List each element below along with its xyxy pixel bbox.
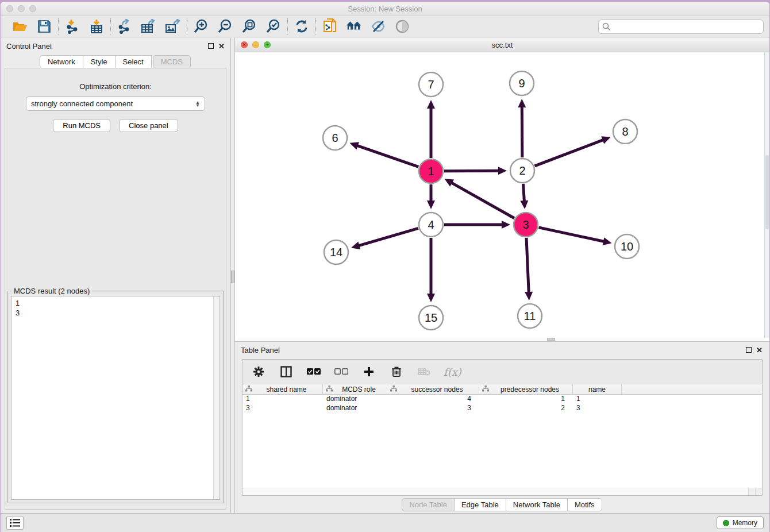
edge-2-3[interactable] [523,184,524,202]
export-image-icon[interactable] [165,18,181,34]
arrowhead-icon [350,142,359,149]
show-details-icon[interactable] [394,18,410,34]
tab-motifs[interactable]: Motifs [567,498,602,511]
export-network-icon[interactable] [117,18,133,34]
node-label-10: 10 [621,240,633,253]
search-input[interactable] [598,20,764,34]
edge-3-1[interactable] [451,183,514,218]
function-builder-icon: f(x) [444,366,461,378]
memory-status-icon [723,520,729,526]
edge-1-2[interactable] [444,171,499,171]
node-table[interactable]: shared nameMCDS rolesuccessor nodesprede… [242,384,762,488]
memory-label: Memory [733,519,757,527]
mcds-result-text[interactable]: 1 3 [11,296,220,500]
float-panel-icon[interactable] [208,43,214,49]
arrowhead-icon [498,167,507,175]
tab-node-table[interactable]: Node Table [402,498,455,511]
edge-1-6[interactable] [357,145,418,167]
close-panel-icon[interactable]: ✕ [218,43,225,50]
table-row[interactable]: 3dominator323 [242,404,762,413]
arrowhead-icon [427,201,435,209]
tab-edge-table[interactable]: Edge Table [454,498,506,511]
clone-network-icon[interactable] [322,18,338,34]
deselect-all-icon[interactable] [333,364,349,380]
table-cell[interactable]: 1 [479,395,573,404]
zoom-in-icon[interactable] [193,18,209,34]
edge-2-9[interactable] [522,106,522,157]
node-label-8: 8 [622,125,628,138]
import-network-icon[interactable] [64,18,80,34]
table-cell[interactable]: 4 [387,395,479,404]
refresh-icon[interactable] [294,18,310,34]
delete-column-icon[interactable] [388,364,405,380]
network-titlebar[interactable]: ✕ − + scc.txt [235,38,769,52]
table-row[interactable]: 1dominator411 [242,395,762,404]
flatten-hierarchy-icon [245,385,253,394]
result-scrollbar[interactable] [213,296,220,499]
app-titlebar: Session: New Session [1,2,769,16]
node-label-4: 4 [428,218,434,231]
edge-3-10[interactable] [538,228,604,242]
table-cell[interactable]: 2 [479,404,573,413]
panel-splitter[interactable] [230,38,235,513]
column-header-name[interactable]: name [573,384,622,394]
memory-button[interactable]: Memory [717,516,764,529]
table-cell[interactable]: 3 [573,404,622,413]
arrowhead-icon [427,294,435,302]
close-table-panel-icon[interactable]: ✕ [756,346,763,354]
column-header-shared-name[interactable]: shared name [242,384,323,394]
table-toolbar: f(x) [242,360,762,384]
table-cell[interactable]: 3 [242,404,323,413]
flatten-hierarchy-icon [325,385,333,394]
zoom-selected-icon[interactable] [265,18,282,34]
column-header-MCDS-role[interactable]: MCDS role [323,384,387,394]
export-table-icon[interactable] [141,18,157,34]
select-all-icon[interactable] [306,364,322,380]
optimization-label: Optimization criterion: [5,82,226,91]
table-rows: 1dominator4113dominator323 [242,395,762,413]
app-window: Session: New Session [1,2,769,532]
column-layout-icon[interactable] [278,364,294,380]
network-canvas[interactable]: 7968124314101511 [235,52,769,341]
task-history-button[interactable] [6,516,24,530]
table-cell[interactable]: 1 [573,395,622,404]
mcds-result-title: MCDS result (2 nodes) [11,287,92,295]
criterion-select[interactable]: strongly connected component ▲▼ [26,97,205,111]
tab-mcds[interactable]: MCDS [153,55,191,68]
edge-4-14[interactable] [358,228,418,245]
tab-select[interactable]: Select [115,55,152,68]
arrowhead-icon [525,292,533,300]
import-table-icon[interactable] [88,18,105,34]
save-session-icon[interactable] [36,18,52,34]
table-settings-icon[interactable] [251,364,267,380]
first-neighbors-icon[interactable] [346,18,362,34]
tab-network-table[interactable]: Network Table [506,498,568,511]
zoom-out-icon[interactable] [217,18,233,34]
tab-network[interactable]: Network [40,55,83,68]
network-hscrollbar[interactable] [235,338,764,341]
table-hscrollbar[interactable] [242,488,762,495]
table-cell[interactable]: 3 [387,404,479,413]
network-window: ✕ − + scc.txt 7968124314101511 [235,38,769,342]
table-cell[interactable]: 1 [242,395,323,404]
column-header-predecessor-nodes[interactable]: predecessor nodes [479,384,573,394]
mcds-panel: Optimization criterion: strongly connect… [5,68,226,510]
network-vscrollbar[interactable] [764,52,769,338]
network-graph[interactable]: 7968124314101511 [235,52,764,338]
open-session-icon[interactable] [12,18,28,34]
arrowhead-icon [502,221,510,229]
edge-3-11[interactable] [526,238,529,293]
run-mcds-button[interactable]: Run MCDS [53,119,110,132]
close-panel-button[interactable]: Close panel [119,119,178,132]
table-cell[interactable]: dominator [323,404,387,413]
column-header-successor-nodes[interactable]: successor nodes [387,384,479,394]
table-cell[interactable]: dominator [323,395,387,404]
hide-details-icon[interactable] [370,18,386,34]
float-table-panel-icon[interactable] [746,347,752,353]
zoom-fit-icon[interactable] [241,18,257,34]
add-column-icon[interactable] [361,364,377,380]
edge-2-8[interactable] [535,140,604,166]
tab-style[interactable]: Style [83,55,116,68]
splitter-handle[interactable] [231,271,234,283]
table-header-row: shared nameMCDS rolesuccessor nodesprede… [242,384,762,395]
